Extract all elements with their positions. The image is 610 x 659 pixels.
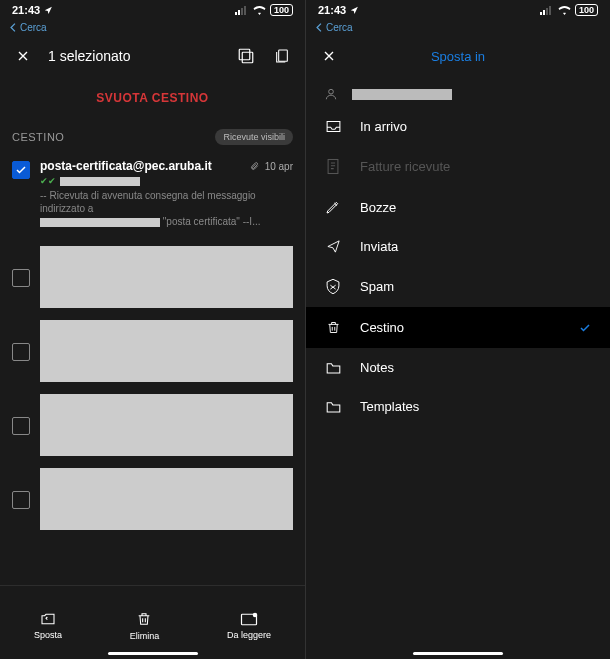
archive-icon[interactable] bbox=[235, 45, 257, 67]
battery-icon: 100 bbox=[575, 4, 598, 16]
person-icon bbox=[324, 87, 338, 101]
signal-icon bbox=[540, 6, 554, 15]
mail-item-selected[interactable]: posta-certificata@pec.aruba.it 10 apr ✔✔… bbox=[0, 151, 305, 240]
close-icon[interactable] bbox=[318, 45, 340, 67]
attachment-icon bbox=[250, 161, 259, 171]
ios-back-search[interactable]: Cerca bbox=[0, 20, 305, 35]
folder-templates[interactable]: Templates bbox=[306, 387, 610, 426]
svg-rect-5 bbox=[242, 52, 253, 63]
mail-checkbox[interactable] bbox=[12, 343, 30, 361]
delete-button[interactable]: Elimina bbox=[130, 610, 160, 641]
move-header: Sposta in bbox=[306, 35, 610, 77]
section-header: CESTINO Ricevute visibili bbox=[0, 125, 305, 151]
mail-checkbox[interactable] bbox=[12, 417, 30, 435]
right-screen: 21:43 100 Cerca Sposta in In arrivo Fatt… bbox=[305, 0, 610, 659]
bottom-toolbar: Sposta Elimina Da leggere bbox=[0, 585, 305, 659]
home-indicator[interactable] bbox=[413, 652, 503, 655]
svg-rect-3 bbox=[244, 6, 246, 15]
inbox-icon bbox=[324, 119, 342, 134]
selection-count: 1 selezionato bbox=[48, 48, 221, 64]
status-time: 21:43 bbox=[12, 4, 40, 16]
pencil-icon bbox=[324, 199, 342, 215]
mail-snippet: -- Ricevuta di avvenuta consegna del mes… bbox=[40, 189, 293, 228]
mark-unread-button[interactable]: Da leggere bbox=[227, 612, 271, 640]
svg-rect-10 bbox=[543, 10, 545, 15]
folder-icon bbox=[324, 361, 342, 375]
folder-drafts[interactable]: Bozze bbox=[306, 187, 610, 227]
left-screen: 21:43 100 Cerca 1 selezionato SVUOTA CES… bbox=[0, 0, 305, 659]
ios-back-search[interactable]: Cerca bbox=[306, 20, 610, 35]
folder-inbox[interactable]: In arrivo bbox=[306, 107, 610, 146]
mail-checkbox[interactable] bbox=[12, 491, 30, 509]
account-row[interactable] bbox=[306, 77, 610, 107]
delivered-icon: ✔✔ bbox=[40, 176, 56, 186]
mail-item-placeholder[interactable] bbox=[0, 388, 305, 462]
selection-header: 1 selezionato bbox=[0, 35, 305, 77]
move-title: Sposta in bbox=[354, 49, 562, 64]
mail-checkbox[interactable] bbox=[12, 269, 30, 287]
mail-checkbox[interactable] bbox=[12, 161, 30, 179]
location-icon bbox=[44, 6, 53, 15]
folder-invoices: Fatture ricevute bbox=[306, 146, 610, 187]
svg-rect-14 bbox=[328, 160, 338, 174]
folder-icon bbox=[324, 400, 342, 414]
home-indicator[interactable] bbox=[108, 652, 198, 655]
section-label: CESTINO bbox=[12, 131, 64, 143]
status-time: 21:43 bbox=[318, 4, 346, 16]
svg-rect-9 bbox=[540, 12, 542, 15]
folder-sent[interactable]: Inviata bbox=[306, 227, 610, 266]
empty-trash-button[interactable]: SVUOTA CESTINO bbox=[0, 77, 305, 125]
svg-rect-2 bbox=[241, 8, 243, 15]
copy-icon[interactable] bbox=[271, 45, 293, 67]
mail-item-placeholder[interactable] bbox=[0, 314, 305, 388]
svg-rect-0 bbox=[235, 12, 237, 15]
svg-rect-11 bbox=[546, 8, 548, 15]
signal-icon bbox=[235, 6, 249, 15]
svg-rect-4 bbox=[239, 49, 250, 60]
svg-rect-6 bbox=[279, 50, 288, 61]
receipts-visible-pill[interactable]: Ricevute visibili bbox=[215, 129, 293, 145]
redacted-subject bbox=[60, 177, 140, 186]
move-button[interactable]: Sposta bbox=[34, 611, 62, 640]
trash-icon bbox=[324, 319, 342, 336]
wifi-icon bbox=[558, 6, 571, 15]
selected-check-icon bbox=[578, 322, 592, 334]
battery-icon: 100 bbox=[270, 4, 293, 16]
close-icon[interactable] bbox=[12, 45, 34, 67]
status-bar: 21:43 100 bbox=[306, 0, 610, 20]
mail-sender: posta-certificata@pec.aruba.it bbox=[40, 159, 244, 173]
redacted-account bbox=[352, 89, 452, 100]
folder-trash[interactable]: Cestino bbox=[306, 307, 610, 348]
mail-item-placeholder[interactable] bbox=[0, 462, 305, 536]
svg-rect-1 bbox=[238, 10, 240, 15]
spam-icon bbox=[324, 278, 342, 295]
svg-point-8 bbox=[253, 612, 258, 617]
svg-rect-12 bbox=[549, 6, 551, 15]
status-bar: 21:43 100 bbox=[0, 0, 305, 20]
folder-notes[interactable]: Notes bbox=[306, 348, 610, 387]
mail-item-placeholder[interactable] bbox=[0, 240, 305, 314]
location-icon bbox=[350, 6, 359, 15]
send-icon bbox=[324, 239, 342, 254]
mail-date: 10 apr bbox=[265, 161, 293, 172]
folder-spam[interactable]: Spam bbox=[306, 266, 610, 307]
wifi-icon bbox=[253, 6, 266, 15]
receipt-icon bbox=[324, 158, 342, 175]
svg-point-13 bbox=[329, 89, 334, 94]
